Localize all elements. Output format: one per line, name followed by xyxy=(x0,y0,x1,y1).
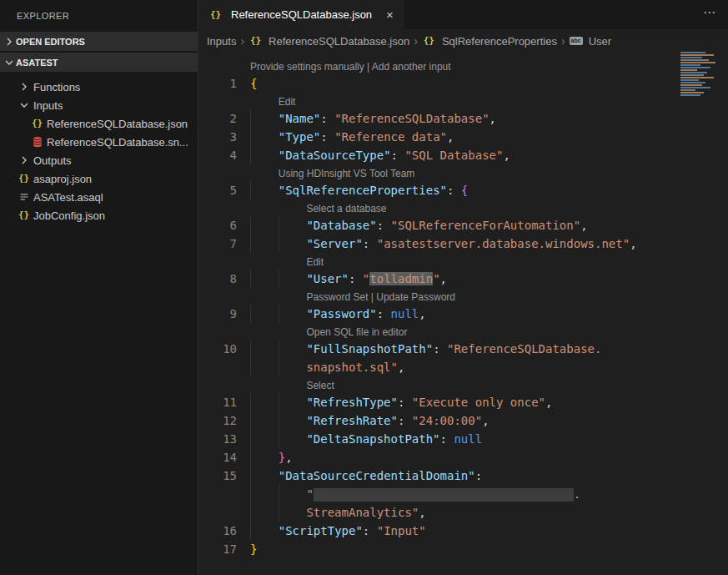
tree-item-asaproj-json[interactable]: {}asaproj.json xyxy=(0,169,198,188)
code-line-7[interactable]: 7"Server": "asatestserver.database.windo… xyxy=(198,235,728,253)
code-line-wrap[interactable]: StreamAnalytics", xyxy=(198,503,728,522)
tree-item-inputs[interactable]: Inputs xyxy=(0,96,198,114)
indent-guide xyxy=(250,448,279,467)
section-open-editors[interactable]: OPEN EDITORS xyxy=(0,32,198,51)
line-number: 9 xyxy=(198,305,237,323)
tree-item-functions[interactable]: Functions xyxy=(0,78,198,96)
code-token: , xyxy=(447,130,454,144)
tree-item-referencesqldatabase-sn[interactable]: ReferenceSQLDatabase.sn... xyxy=(0,133,198,151)
codelens-separator: | xyxy=(364,61,372,73)
codelens-action[interactable]: Edit xyxy=(279,96,296,108)
code-line-17[interactable]: 17} xyxy=(198,540,728,558)
tree-item-referencesqldatabase-json[interactable]: {}ReferenceSQLDatabase.json xyxy=(0,114,198,133)
code-token: : xyxy=(363,524,377,537)
code-token: . xyxy=(574,487,580,501)
json-icon: {} xyxy=(30,117,44,130)
code-line-13[interactable]: 13"DeltaSnapshotPath": null xyxy=(198,430,728,448)
tree-item-label: Outputs xyxy=(33,154,72,167)
minimap[interactable] xyxy=(680,52,724,110)
code-token: "Name" xyxy=(279,112,321,125)
code-line-2[interactable]: 2"Name": "ReferenceSQLDatabase", xyxy=(198,109,728,128)
tree-item-outputs[interactable]: Outputs xyxy=(0,151,198,169)
code-line-1[interactable]: 1{ xyxy=(198,74,728,93)
code-line-15[interactable]: 15"DataSourceCredentialDomain": xyxy=(198,467,728,485)
codelens-line: Using HDInsight VS Tool Team xyxy=(198,164,728,181)
tree-item-asatest-asaql[interactable]: ASATest.asaql xyxy=(0,188,198,206)
indent-guide xyxy=(279,340,307,358)
minimap-row xyxy=(680,59,709,61)
line-number: 17 xyxy=(198,540,237,558)
code-line-content: "Name": "ReferenceSQLDatabase", xyxy=(250,112,496,125)
codelens-action[interactable]: Edit xyxy=(306,256,324,268)
code-line-10[interactable]: 10"FullSnapshotPath": "ReferenceSQLDatab… xyxy=(198,340,728,358)
code-token: , xyxy=(580,219,587,232)
breadcrumb-item-referencesqldatabase-json[interactable]: {}ReferenceSQLDatabase.json xyxy=(249,34,409,48)
minimap-row xyxy=(680,79,699,81)
section-asatest[interactable]: ASATEST xyxy=(0,53,198,72)
codelens-action[interactable]: Update Password xyxy=(376,291,455,303)
line-number: 15 xyxy=(198,467,237,485)
line-number: 13 xyxy=(198,430,237,448)
more-actions-button[interactable]: ⋯ xyxy=(703,5,716,20)
codelens-content: Select a database xyxy=(250,200,387,217)
code-line-6[interactable]: 6"Database": "SQLReferenceForAutomation"… xyxy=(198,216,728,235)
codelens-action[interactable]: Password Set xyxy=(306,291,368,303)
code-line-16[interactable]: 16"ScriptType": "Input" xyxy=(198,522,728,540)
code-line-content: "Database": "SQLReferenceForAutomation", xyxy=(250,219,588,232)
code-token: "RefreshRate" xyxy=(306,414,398,427)
code-line-3[interactable]: 3"Type": "Reference data", xyxy=(198,128,728,146)
code-line-11[interactable]: 11"RefreshType": "Execute only once", xyxy=(198,393,728,411)
code-line-content: ". xyxy=(250,487,580,501)
codelens-action[interactable]: Using HDInsight VS Tool Team xyxy=(279,168,415,179)
breadcrumb-item-sqlreferenceproperties[interactable]: {}SqlReferenceProperties xyxy=(422,34,557,48)
code-token: , xyxy=(398,361,404,374)
indent-guide xyxy=(279,485,307,503)
code-token: "User" xyxy=(306,272,349,285)
breadcrumb-item-inputs[interactable]: Inputs xyxy=(207,35,236,48)
breadcrumb: Inputs›{}ReferenceSQLDatabase.json›{}Sql… xyxy=(198,29,728,53)
codelens-action[interactable]: Select xyxy=(306,380,334,391)
tree-item-jobconfig-json[interactable]: {}JobConfig.json xyxy=(0,206,198,224)
indent-guide xyxy=(279,305,307,323)
breadcrumb-item-user[interactable]: abcUser xyxy=(570,35,612,48)
indent-guide xyxy=(250,467,279,485)
code-line-content: "DeltaSnapshotPath": null xyxy=(250,432,482,446)
tab-referencesqldatabase-json[interactable]: {} ReferenceSQLDatabase.json × xyxy=(198,0,404,29)
code-line-content: "Password": null, xyxy=(250,307,426,320)
code-line-wrap[interactable]: snapshot.sql", xyxy=(198,358,728,376)
code-token: , xyxy=(545,396,552,409)
minimap-row xyxy=(680,64,700,66)
indent-guide xyxy=(279,216,307,235)
indent-guide xyxy=(250,270,279,288)
code-line-9[interactable]: 9"Password": null, xyxy=(198,305,728,323)
code-token: : xyxy=(433,342,447,356)
codelens-action[interactable]: Select a database xyxy=(306,203,386,214)
code-token: "ScriptType" xyxy=(279,524,363,537)
code-token: null xyxy=(454,432,482,446)
code-token: , xyxy=(419,506,425,519)
codelens-line: Select a database xyxy=(198,199,728,216)
code-token: "24:00:00" xyxy=(412,414,482,427)
breadcrumb-separator-icon: › xyxy=(414,34,418,48)
close-icon[interactable]: × xyxy=(386,8,394,22)
code-line-wrap[interactable]: ". xyxy=(198,485,728,503)
code-token: : xyxy=(320,130,334,144)
code-token: "Execute only once" xyxy=(412,396,545,409)
codelens-content: Open SQL file in editor xyxy=(250,324,407,340)
code-token: } xyxy=(250,542,257,556)
code-line-4[interactable]: 4"DataSourceType": "SQL Database", xyxy=(198,146,728,164)
code-line-5[interactable]: 5"SqlReferenceProperties": { xyxy=(198,181,728,199)
codelens-action[interactable]: Add another input xyxy=(372,61,451,73)
code-line-content: }, xyxy=(250,451,293,464)
code-line-14[interactable]: 14}, xyxy=(198,448,728,467)
indent-guide xyxy=(250,216,279,235)
code-line-8[interactable]: 8"User": "tolladmin", xyxy=(198,270,728,288)
code-line-12[interactable]: 12"RefreshRate": "24:00:00", xyxy=(198,411,728,430)
breadcrumb-separator-icon: › xyxy=(561,34,565,48)
code-token: : xyxy=(475,469,482,482)
codelens-action[interactable]: Open SQL file in editor xyxy=(306,326,407,338)
codelens-action[interactable]: Provide settings manually xyxy=(250,61,364,73)
codelens-line: Provide settings manually | Add another … xyxy=(198,58,728,74)
indent-guide xyxy=(279,393,307,411)
minimap-row xyxy=(680,69,697,71)
